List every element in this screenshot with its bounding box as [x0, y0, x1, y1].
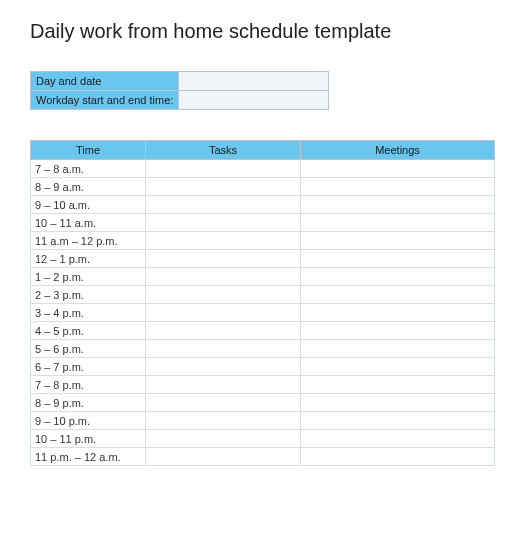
cell-time: 7 – 8 p.m. [31, 376, 146, 394]
cell-meetings[interactable] [301, 304, 495, 322]
cell-time: 12 – 1 p.m. [31, 250, 146, 268]
table-row: 3 – 4 p.m. [31, 304, 495, 322]
cell-meetings[interactable] [301, 286, 495, 304]
info-table: Day and dateWorkday start and end time: [30, 71, 329, 110]
table-row: 7 – 8 p.m. [31, 376, 495, 394]
cell-tasks[interactable] [146, 376, 301, 394]
cell-tasks[interactable] [146, 304, 301, 322]
info-label: Workday start and end time: [31, 91, 179, 110]
cell-time: 5 – 6 p.m. [31, 340, 146, 358]
cell-time: 11 a.m – 12 p.m. [31, 232, 146, 250]
cell-meetings[interactable] [301, 178, 495, 196]
cell-time: 7 – 8 a.m. [31, 160, 146, 178]
cell-meetings[interactable] [301, 322, 495, 340]
schedule-header-row: Time Tasks Meetings [31, 141, 495, 160]
table-row: 2 – 3 p.m. [31, 286, 495, 304]
page-title: Daily work from home schedule template [30, 20, 495, 43]
cell-tasks[interactable] [146, 358, 301, 376]
cell-time: 3 – 4 p.m. [31, 304, 146, 322]
cell-meetings[interactable] [301, 394, 495, 412]
cell-time: 8 – 9 p.m. [31, 394, 146, 412]
table-row: 9 – 10 a.m. [31, 196, 495, 214]
cell-time: 8 – 9 a.m. [31, 178, 146, 196]
header-meetings: Meetings [301, 141, 495, 160]
cell-time: 4 – 5 p.m. [31, 322, 146, 340]
info-value[interactable] [179, 72, 329, 91]
table-row: 11 p.m. – 12 a.m. [31, 448, 495, 466]
cell-time: 9 – 10 p.m. [31, 412, 146, 430]
table-row: 10 – 11 p.m. [31, 430, 495, 448]
table-row: 6 – 7 p.m. [31, 358, 495, 376]
cell-tasks[interactable] [146, 394, 301, 412]
cell-tasks[interactable] [146, 268, 301, 286]
cell-tasks[interactable] [146, 250, 301, 268]
header-time: Time [31, 141, 146, 160]
info-row: Workday start and end time: [31, 91, 329, 110]
table-row: 8 – 9 p.m. [31, 394, 495, 412]
table-row: 7 – 8 a.m. [31, 160, 495, 178]
schedule-table: Time Tasks Meetings 7 – 8 a.m.8 – 9 a.m.… [30, 140, 495, 466]
cell-tasks[interactable] [146, 322, 301, 340]
cell-meetings[interactable] [301, 160, 495, 178]
cell-tasks[interactable] [146, 178, 301, 196]
cell-time: 11 p.m. – 12 a.m. [31, 448, 146, 466]
info-label: Day and date [31, 72, 179, 91]
cell-tasks[interactable] [146, 160, 301, 178]
info-row: Day and date [31, 72, 329, 91]
table-row: 4 – 5 p.m. [31, 322, 495, 340]
table-row: 9 – 10 p.m. [31, 412, 495, 430]
cell-tasks[interactable] [146, 430, 301, 448]
cell-time: 10 – 11 a.m. [31, 214, 146, 232]
cell-time: 1 – 2 p.m. [31, 268, 146, 286]
cell-meetings[interactable] [301, 214, 495, 232]
table-row: 11 a.m – 12 p.m. [31, 232, 495, 250]
cell-meetings[interactable] [301, 268, 495, 286]
cell-tasks[interactable] [146, 412, 301, 430]
cell-time: 6 – 7 p.m. [31, 358, 146, 376]
cell-tasks[interactable] [146, 214, 301, 232]
cell-tasks[interactable] [146, 286, 301, 304]
cell-meetings[interactable] [301, 232, 495, 250]
info-value[interactable] [179, 91, 329, 110]
cell-tasks[interactable] [146, 340, 301, 358]
cell-meetings[interactable] [301, 250, 495, 268]
cell-tasks[interactable] [146, 196, 301, 214]
cell-tasks[interactable] [146, 448, 301, 466]
cell-meetings[interactable] [301, 448, 495, 466]
cell-meetings[interactable] [301, 430, 495, 448]
table-row: 10 – 11 a.m. [31, 214, 495, 232]
cell-time: 2 – 3 p.m. [31, 286, 146, 304]
header-tasks: Tasks [146, 141, 301, 160]
table-row: 12 – 1 p.m. [31, 250, 495, 268]
table-row: 1 – 2 p.m. [31, 268, 495, 286]
table-row: 5 – 6 p.m. [31, 340, 495, 358]
cell-meetings[interactable] [301, 376, 495, 394]
cell-tasks[interactable] [146, 232, 301, 250]
cell-time: 9 – 10 a.m. [31, 196, 146, 214]
table-row: 8 – 9 a.m. [31, 178, 495, 196]
cell-meetings[interactable] [301, 340, 495, 358]
cell-time: 10 – 11 p.m. [31, 430, 146, 448]
cell-meetings[interactable] [301, 412, 495, 430]
cell-meetings[interactable] [301, 196, 495, 214]
cell-meetings[interactable] [301, 358, 495, 376]
